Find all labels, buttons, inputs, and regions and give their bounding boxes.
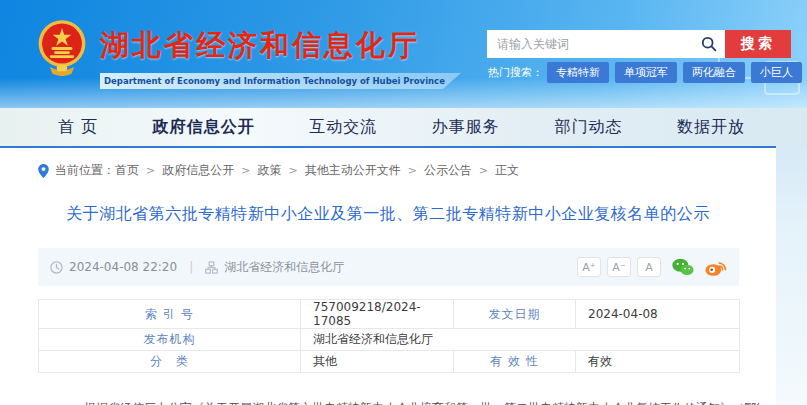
table-row: 分 类 其他 有 效 性 有效 xyxy=(39,351,740,373)
nav-item-interaction[interactable]: 互动交流 xyxy=(309,117,377,138)
search-button[interactable]: 搜索 xyxy=(725,30,791,58)
hot-tag-dxgj[interactable]: 单项冠军 xyxy=(615,62,677,83)
crumb-gov-info[interactable]: 政府信息公开 xyxy=(162,162,234,179)
article-source: 湖北省经济和信息化厅 xyxy=(224,259,344,276)
crumb-policy[interactable]: 政策 xyxy=(257,162,281,179)
font-decrease-button[interactable]: A⁻ xyxy=(607,257,631,277)
article-title: 关于湖北省第六批专精特新中小企业及第一批、第二批专精特新中小企业复核名单的公示 xyxy=(0,204,776,225)
site-header: 湖北省经济和信息化厅 Department of Economy and Inf… xyxy=(0,0,807,108)
hot-tag-lhrh[interactable]: 两化融合 xyxy=(683,62,745,83)
table-row: 索 引 号 757009218/2024-17085 发文日期 2024-04-… xyxy=(39,300,740,329)
issue-date-label: 发文日期 xyxy=(454,300,576,329)
article-meta-left: 2024-04-08 22:20 | 湖北省经济和信息化厅 xyxy=(50,259,344,276)
nav-underline xyxy=(0,146,776,148)
page: 湖北省经济和信息化厅 Department of Economy and Inf… xyxy=(0,0,807,405)
nav-item-gov-info[interactable]: 政府信息公开 xyxy=(153,117,255,138)
publish-time: 2024-04-08 22:20 xyxy=(69,260,177,274)
font-increase-button[interactable]: A⁺ xyxy=(577,257,601,277)
search-bar: 搜索 xyxy=(487,30,791,58)
location-pin-icon xyxy=(38,164,49,178)
issue-date-value: 2024-04-08 xyxy=(576,300,740,329)
nav-item-department-news[interactable]: 部门动态 xyxy=(554,117,622,138)
table-row: 发布机构 湖北省经济和信息化厅 xyxy=(39,329,740,351)
brand-text: 湖北省经济和信息化厅 Department of Economy and Inf… xyxy=(100,18,461,89)
crumb-home[interactable]: 首页 xyxy=(115,162,139,179)
weibo-share-icon[interactable] xyxy=(705,258,727,276)
crumb-article: 正文 xyxy=(495,162,519,179)
article-meta-bar: 2024-04-08 22:20 | 湖北省经济和信息化厅 A⁺ A⁻ A xyxy=(38,248,739,286)
nav-item-home[interactable]: 首 页 xyxy=(58,117,98,138)
crumb-other-documents[interactable]: 其他主动公开文件 xyxy=(305,162,401,179)
hot-tag-zjtx[interactable]: 专精特新 xyxy=(547,62,609,83)
breadcrumb: 当前位置： 首页 > 政府信息公开 > 政策 > 其他主动公开文件 > 公示公告… xyxy=(38,162,776,179)
wechat-share-icon[interactable] xyxy=(672,258,694,276)
content-card: 当前位置： 首页 > 政府信息公开 > 政策 > 其他主动公开文件 > 公示公告… xyxy=(0,148,776,405)
clock-icon xyxy=(50,261,63,274)
search-box xyxy=(487,30,725,58)
category-label: 分 类 xyxy=(39,351,301,373)
search-input[interactable] xyxy=(487,30,701,58)
hot-search-row: 热门搜索： 专精特新 单项冠军 两化融合 小巨人 绿色工厂 xyxy=(488,62,807,83)
nav-item-open-data[interactable]: 数据开放 xyxy=(677,117,745,138)
hot-tag-xjr[interactable]: 小巨人 xyxy=(751,62,802,83)
index-number-label: 索 引 号 xyxy=(39,300,301,329)
national-emblem-icon xyxy=(36,18,88,80)
issuing-agency-value: 湖北省经济和信息化厅 xyxy=(301,329,740,351)
document-info-table: 索 引 号 757009218/2024-17085 发文日期 2024-04-… xyxy=(38,299,740,373)
nav-item-services[interactable]: 办事服务 xyxy=(432,117,500,138)
search-icon xyxy=(701,36,717,52)
validity-value: 有效 xyxy=(576,351,740,373)
crumb-announcements[interactable]: 公示公告 xyxy=(424,162,472,179)
issuing-agency-label: 发布机构 xyxy=(39,329,301,351)
category-value: 其他 xyxy=(301,351,454,373)
index-number-value: 757009218/2024-17085 xyxy=(301,300,454,329)
article-meta-right: A⁺ A⁻ A xyxy=(571,257,727,277)
meta-divider: | xyxy=(189,260,193,274)
font-reset-button[interactable]: A xyxy=(637,257,661,277)
validity-label: 有 效 性 xyxy=(454,351,576,373)
site-title-english: Department of Economy and Information Te… xyxy=(100,73,461,89)
site-logo-brand[interactable]: 湖北省经济和信息化厅 Department of Economy and Inf… xyxy=(36,18,461,89)
breadcrumb-label: 当前位置： xyxy=(55,162,115,179)
source-org-icon xyxy=(205,261,218,274)
hot-search-label: 热门搜索： xyxy=(488,65,543,80)
article-body-excerpt: 根据省经信厅办公室《关于开展湖北省第六批专精特新中小企业培育和第一批、第二批专精… xyxy=(60,397,760,405)
site-title: 湖北省经济和信息化厅 xyxy=(100,26,461,66)
